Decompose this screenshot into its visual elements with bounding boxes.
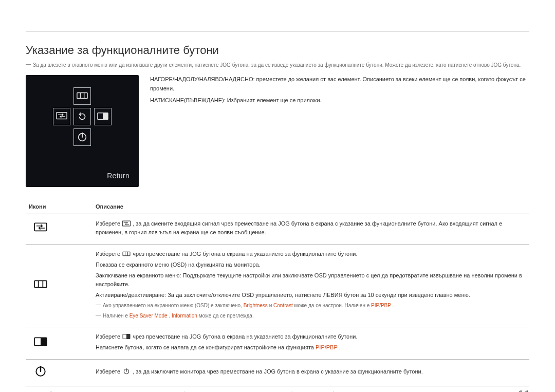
- table-row: Изберете , за да смените входящия сигнал…: [26, 214, 529, 245]
- back-icon: [77, 111, 88, 122]
- icon-cell: [26, 214, 92, 245]
- icon-cell: [26, 245, 92, 327]
- desc-p: Изберете , за да изключите монитора чрез…: [96, 367, 526, 376]
- table-row: Изберете чрез преместване на JOG бутона …: [26, 245, 529, 327]
- desc-p: Изберете чрез преместване на JOG бутона …: [96, 250, 526, 258]
- desc-p: Изберете чрез преместване на JOG бутона …: [96, 332, 526, 341]
- osd-dpad: [51, 87, 113, 149]
- power-icon: [77, 132, 88, 143]
- desc-p: Натиснете бутона, когато се налага да се…: [96, 343, 526, 352]
- desc-subnote: Наличен е Eye Saver Mode . Information м…: [96, 312, 526, 320]
- pip-pbp-icon: [34, 335, 47, 349]
- top-row: Return НАГОРЕ/НАДОЛУ/НАЛЯВО/НАДЯСНО: пре…: [26, 75, 529, 187]
- desc-cell: Изберете , за да изключите монитора чрез…: [92, 360, 529, 386]
- menu-icon: [34, 278, 47, 291]
- source-icon: [56, 111, 67, 122]
- page-title: Указание за функционалните бутони: [26, 44, 529, 57]
- osd-right-button[interactable]: [94, 108, 112, 125]
- osd-left-button[interactable]: [53, 108, 70, 125]
- top-rule: [26, 31, 529, 31]
- osd-panel: Return: [26, 75, 139, 187]
- desc-p: Изберете , за да смените входящия сигнал…: [96, 219, 526, 237]
- desc-line-1: НАГОРЕ/НАДОЛУ/НАЛЯВО/НАДЯСНО: преместете…: [150, 75, 529, 93]
- icon-description-table: Икони Описание Изберете , за да смените …: [26, 199, 529, 386]
- pip-pbp-icon: [122, 333, 131, 340]
- desc-cell: Изберете , за да смените входящия сигнал…: [92, 214, 529, 245]
- desc-p: Показва се екранното меню (OSD) на функц…: [96, 260, 526, 269]
- power-icon: [122, 368, 131, 375]
- icon-cell: [26, 327, 92, 360]
- header-description: Описание: [92, 199, 529, 214]
- header-icons: Икони: [26, 199, 92, 214]
- page-number: 11: [518, 388, 530, 392]
- desc-p: Заключване на екранното меню: Поддържате…: [96, 271, 526, 289]
- icon-cell: [26, 360, 92, 386]
- direction-description: НАГОРЕ/НАДОЛУ/НАЛЯВО/НАДЯСНО: преместете…: [150, 75, 529, 187]
- menu-icon: [77, 90, 88, 102]
- desc-cell: Изберете чрез преместване на JOG бутона …: [92, 327, 529, 360]
- osd-up-button[interactable]: [73, 87, 91, 105]
- osd-center-button[interactable]: [73, 108, 91, 125]
- table-row: Изберете , за да изключите монитора чрез…: [26, 360, 529, 386]
- menu-icon: [122, 250, 131, 257]
- manual-page: Указание за функционалните бутони За да …: [0, 0, 555, 392]
- desc-p: Активиране/деактивиране: За да заключите…: [96, 291, 526, 300]
- source-icon: [34, 221, 47, 235]
- table-row: Изберете чрез преместване на JOG бутона …: [26, 327, 529, 360]
- desc-subnote: Ако управлението на екранното меню (OSD)…: [96, 302, 526, 310]
- power-icon: [34, 365, 47, 378]
- desc-cell: Изберете чрез преместване на JOG бутона …: [92, 245, 529, 327]
- desc-line-2: НАТИСКАНЕ(ВЪВЕЖДАНЕ): Избраният елемент …: [150, 96, 529, 105]
- source-icon: [122, 220, 131, 227]
- osd-return-label: Return: [107, 172, 130, 180]
- intro-note: За да влезете в главното меню или да изп…: [26, 62, 529, 68]
- osd-down-button[interactable]: [73, 128, 91, 146]
- pip-pbp-icon: [97, 111, 108, 122]
